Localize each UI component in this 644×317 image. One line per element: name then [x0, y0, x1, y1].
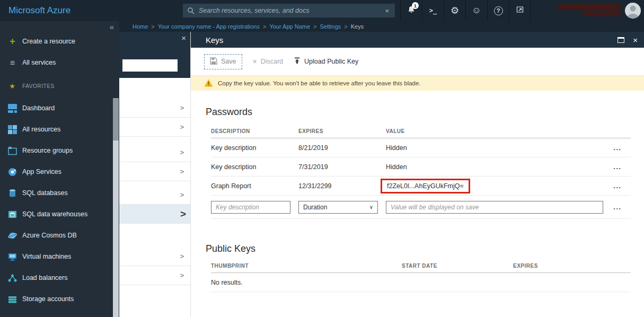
cloud-shell-button[interactable]: >_: [422, 0, 444, 21]
discard-button[interactable]: × Discard: [253, 58, 284, 65]
settings-menu-item[interactable]: >: [119, 99, 190, 118]
sidebar-item-resource-groups[interactable]: Resource groups: [0, 140, 119, 161]
discard-label: Discard: [261, 58, 283, 65]
sidebar-item-label: Resource groups: [22, 147, 73, 154]
search-icon: [187, 7, 195, 14]
breadcrumb-keys: Keys: [351, 23, 364, 30]
warning-text: Copy the key value. You won't be able to…: [218, 80, 421, 86]
user-directory-redacted: [583, 12, 621, 15]
breadcrumb-separator: >: [344, 23, 347, 30]
sidebar-item-load-balancers[interactable]: Load balancers: [0, 267, 119, 288]
settings-panel-header: ×: [119, 32, 190, 78]
keys-toolbar: Save × Discard Upload Public Key: [191, 48, 644, 76]
sidebar-collapse-icon[interactable]: «: [110, 22, 114, 31]
column-expires: EXPIRES: [298, 128, 386, 134]
sidebar-item-label: Storage accounts: [22, 295, 74, 303]
sidebar-item-storage-accounts[interactable]: Storage accounts: [0, 288, 119, 310]
favorites-label: FAVORITES: [22, 83, 55, 89]
row-menu-button[interactable]: ...: [613, 203, 621, 211]
sidebar-item-label: Virtual machines: [22, 253, 71, 260]
help-button[interactable]: ?: [487, 0, 509, 21]
cell-value-highlighted: f2ZeL0l...AhEyGUkFmjQ=: [386, 179, 604, 193]
sidebar-scrollbar-thumb[interactable]: [113, 98, 119, 140]
row-menu-button[interactable]: ...: [613, 182, 621, 190]
upload-public-key-button[interactable]: Upload Public Key: [294, 57, 358, 66]
breadcrumb-home[interactable]: Home: [133, 23, 148, 30]
load-balancers-icon: [8, 274, 17, 283]
app-services-icon: [8, 168, 17, 177]
breadcrumb-separator: >: [313, 23, 316, 30]
sidebar-item-label: All resources: [22, 126, 60, 133]
settings-menu-item-keys-selected[interactable]: >: [119, 205, 190, 224]
chevron-right-icon: >: [180, 208, 186, 220]
feedback-smiley-button[interactable]: ☺: [465, 0, 487, 21]
notifications-button[interactable]: 1: [400, 0, 422, 21]
column-start-date: START DATE: [402, 263, 513, 269]
sidebar-item-dashboard[interactable]: Dashboard: [0, 98, 119, 119]
sidebar-item-all-services[interactable]: ≡ All services: [0, 52, 119, 73]
cell-description: Key description: [211, 144, 298, 152]
settings-menu-item[interactable]: >: [119, 266, 190, 285]
save-button[interactable]: Save: [204, 54, 242, 69]
row-menu-button[interactable]: ...: [613, 144, 621, 152]
sidebar-item-all-resources[interactable]: All resources: [0, 119, 119, 140]
breadcrumb-app-registrations[interactable]: Your company name - App registrations: [158, 23, 260, 30]
settings-menu-item[interactable]: >: [119, 186, 190, 205]
sidebar: « + Create a resource ≡ All services ★ F…: [0, 21, 119, 317]
global-search[interactable]: ×: [183, 4, 395, 17]
sidebar-item-label: Azure Cosmos DB: [22, 232, 77, 239]
sidebar-item-sql-data-warehouses[interactable]: SQL data warehouses: [0, 204, 119, 225]
resource-groups-icon: [8, 146, 17, 155]
storage-accounts-icon: [8, 295, 17, 304]
breadcrumb-settings[interactable]: Settings: [320, 23, 341, 30]
user-account[interactable]: [558, 4, 621, 15]
passwords-table: DESCRIPTION EXPIRES VALUE Key descriptio…: [211, 128, 631, 219]
sidebar-item-label: SQL databases: [22, 189, 68, 197]
sidebar-item-azure-cosmos-db[interactable]: Azure Cosmos DB: [0, 225, 119, 246]
global-search-input[interactable]: [199, 7, 383, 14]
duration-select[interactable]: Duration ∨: [298, 201, 378, 214]
sidebar-item-create-a-resource[interactable]: + Create a resource: [0, 31, 119, 52]
person-icon: [625, 3, 641, 19]
maximize-icon[interactable]: [617, 37, 624, 43]
new-key-description-input[interactable]: [211, 201, 290, 214]
sidebar-scrollbar[interactable]: [113, 98, 119, 317]
azure-logo[interactable]: Microsoft Azure: [8, 5, 70, 16]
close-icon[interactable]: ×: [181, 33, 186, 42]
no-results-row: No results.: [211, 273, 631, 292]
settings-menu-item[interactable]: >: [119, 247, 190, 266]
settings-menu-item[interactable]: >: [119, 143, 190, 162]
sidebar-item-virtual-machines[interactable]: Virtual machines: [0, 246, 119, 267]
password-row-graph-report: Graph Report 12/31/2299 f2ZeL0l...AhEyGU…: [211, 177, 631, 196]
settings-menu-item[interactable]: >: [119, 162, 190, 181]
new-key-value-input[interactable]: [386, 201, 603, 214]
upload-icon: [294, 57, 301, 66]
cell-description: Key description: [211, 163, 298, 171]
close-icon[interactable]: ×: [633, 36, 638, 45]
settings-filter-input-wrap: [122, 59, 178, 72]
save-icon: [210, 57, 217, 66]
settings-filter-input[interactable]: [122, 59, 178, 72]
column-expires: EXPIRES: [513, 263, 604, 269]
avatar[interactable]: [625, 3, 641, 19]
portal-settings-button[interactable]: ⚙: [444, 0, 465, 21]
public-keys-heading: Public Keys: [206, 243, 644, 254]
keys-blade: Keys × Save: [191, 32, 644, 317]
notification-badge: 1: [412, 2, 419, 9]
public-keys-table: THUMBPRINT START DATE EXPIRES No results…: [211, 263, 631, 292]
sql-data-warehouses-icon: [8, 210, 17, 219]
directory-subscription-button[interactable]: [509, 0, 531, 21]
breadcrumb-separator: >: [151, 23, 154, 30]
breadcrumb-your-app-name[interactable]: Your App Name: [269, 23, 310, 30]
search-clear-icon[interactable]: ×: [383, 7, 391, 15]
breadcrumb: Home > Your company name - App registrat…: [119, 21, 644, 32]
all-resources-icon: [8, 125, 17, 134]
sidebar-item-sql-databases[interactable]: SQL databases: [0, 182, 119, 204]
row-menu-button[interactable]: ...: [613, 163, 621, 171]
chevron-right-icon: >: [180, 104, 184, 112]
cell-value: Hidden: [386, 163, 604, 171]
settings-menu-item[interactable]: >: [119, 118, 190, 137]
azure-portal: Microsoft Azure × 1 >_ ⚙ ☺ ?: [0, 0, 644, 317]
sidebar-item-app-services[interactable]: App Services: [0, 161, 119, 182]
password-row: Key description 8/21/2019 Hidden ...: [211, 138, 631, 157]
